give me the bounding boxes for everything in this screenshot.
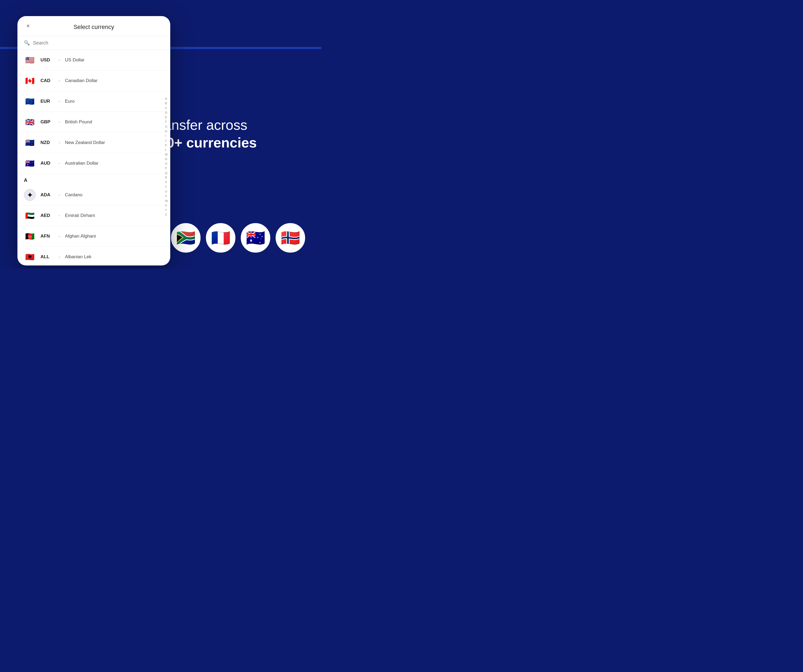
currency-list: 🇺🇸 USD - US Dollar 🇨🇦 CAD - Canadian Dol… [18,50,170,265]
currency-code-gbp: GBP [41,119,54,125]
section-a-currencies: ✦ ADA - Cardano 🇦🇪 AED - Emirati Dirham … [18,185,170,265]
alpha-c[interactable]: C [164,106,169,110]
flag-all: 🇦🇱 [24,251,36,263]
alpha-u[interactable]: U [164,189,169,194]
search-input[interactable] [33,40,164,46]
currency-name-nzd: New Zealand Dollar [65,140,105,145]
flag-aud: 🇦🇺 [24,158,36,169]
alpha-e[interactable]: E [164,115,169,119]
currency-code-cad: CAD [41,78,54,83]
list-item[interactable]: 🇦🇺 AUD - Australian Dollar [18,153,170,174]
alpha-v[interactable]: V [164,194,169,198]
flag-norway: 🇳🇴 [276,223,305,252]
alpha-o[interactable]: O [164,161,169,166]
close-button[interactable]: × [24,22,33,30]
currency-select-modal: × Select currency 🔍 🇺🇸 USD - US Dollar 🇨… [18,16,170,265]
alpha-b[interactable]: B [164,101,169,106]
currency-name-afn: Afghan Afghani [65,234,96,239]
currency-code-nzd: NZD [41,140,54,145]
alpha-y[interactable]: Y [164,208,169,212]
currency-name-eur: Euro [65,99,75,104]
modal-header: × Select currency [18,16,170,36]
alpha-q[interactable]: Q [164,171,169,175]
flag-cad: 🇨🇦 [24,75,36,86]
flag-france: 🇫🇷 [206,223,236,252]
tagline-line2: 100+ currencies [151,134,305,151]
flag-gbp: 🇬🇧 [24,116,36,128]
flag-aed: 🇦🇪 [24,210,36,221]
list-item[interactable]: 🇨🇦 CAD - Canadian Dollar [18,70,170,91]
list-item[interactable]: 🇳🇿 NZD - New Zealand Dollar [18,132,170,153]
currency-name-usd: US Dollar [65,57,85,63]
alpha-l[interactable]: L [164,148,169,152]
alpha-s[interactable]: S [164,180,169,184]
currency-name-cad: Canadian Dollar [65,78,98,83]
currency-code-usd: USD [41,57,54,63]
tagline-container: Transfer across 100+ currencies [151,117,305,152]
top-currencies-section: 🇺🇸 USD - US Dollar 🇨🇦 CAD - Canadian Dol… [18,50,170,174]
currency-code-aed: AED [41,213,54,218]
alpha-h[interactable]: H [164,129,169,133]
modal-title: Select currency [73,24,114,31]
currency-name-all: Albanian Lek [65,254,91,260]
alpha-d[interactable]: D [164,111,169,115]
search-bar: 🔍 [18,36,170,50]
alpha-f[interactable]: F [164,120,169,124]
currency-code-aud: AUD [41,161,54,166]
search-icon: 🔍 [24,40,30,46]
alphabet-sidebar[interactable]: A B C D E F G H I J K L M N O P Q R S T … [164,96,169,217]
alpha-w[interactable]: W [164,199,169,203]
flag-row-bottom: 🇿🇦 🇫🇷 🇦🇺 🇳🇴 [171,223,305,252]
section-header-a: A [18,174,170,185]
list-item[interactable]: 🇬🇧 GBP - British Pound [18,112,170,132]
flag-nzd: 🇳🇿 [24,137,36,148]
list-item[interactable]: 🇦🇱 ALL - Albanian Lek [18,247,170,265]
flag-ada: ✦ [24,189,36,201]
flag-eur: 🇪🇺 [24,96,36,107]
flag-south-africa: 🇿🇦 [171,223,200,252]
list-item[interactable]: 🇦🇪 AED - Emirati Dirham [18,205,170,226]
alpha-x[interactable]: X [164,203,169,208]
tagline-line1: Transfer across [151,117,305,133]
alpha-t[interactable]: T [164,185,169,189]
list-item[interactable]: 🇦🇫 AFN - Afghan Afghani [18,226,170,247]
currency-code-eur: EUR [41,99,54,104]
list-item[interactable]: 🇪🇺 EUR - Euro [18,91,170,112]
list-item[interactable]: ✦ ADA - Cardano [18,185,170,205]
currency-name-aud: Australian Dollar [65,161,98,166]
currency-name-ada: Cardano [65,192,82,198]
flag-usd: 🇺🇸 [24,54,36,66]
alpha-k[interactable]: K [164,143,169,147]
flag-afn: 🇦🇫 [24,230,36,242]
currency-code-afn: AFN [41,234,54,239]
alpha-m[interactable]: M [164,152,169,156]
currency-code-all: ALL [41,254,54,260]
alpha-p[interactable]: P [164,166,169,170]
alpha-a[interactable]: A [164,96,169,101]
alpha-g[interactable]: G [164,124,169,129]
alpha-n[interactable]: N [164,157,169,161]
alpha-i[interactable]: I [164,133,169,138]
currency-name-aed: Emirati Dirham [65,213,95,218]
flag-australia-bottom: 🇦🇺 [241,223,270,252]
list-item[interactable]: 🇺🇸 USD - US Dollar [18,50,170,70]
alpha-r[interactable]: R [164,176,169,180]
alpha-z[interactable]: Z [164,212,169,217]
currency-code-ada: ADA [41,192,54,198]
alpha-j[interactable]: J [164,138,169,143]
currency-name-gbp: British Pound [65,119,92,125]
